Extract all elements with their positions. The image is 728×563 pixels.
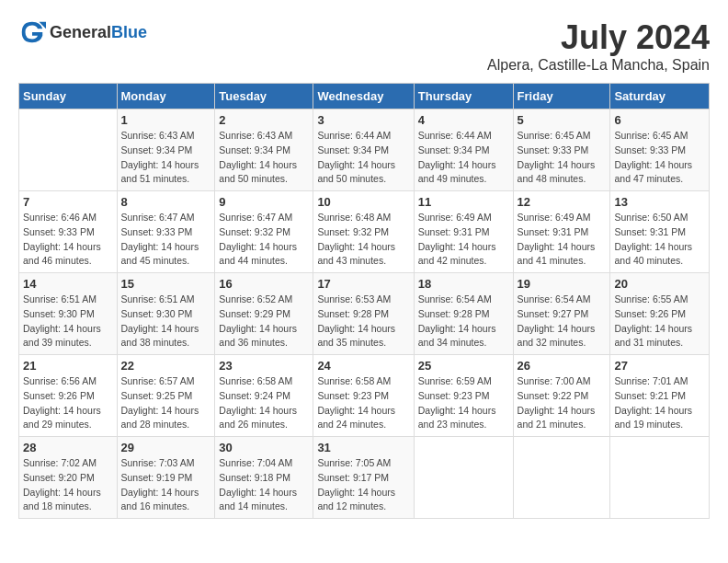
calendar-cell: 25 Sunrise: 6:59 AMSunset: 9:23 PMDaylig… — [414, 355, 513, 437]
calendar-cell — [610, 437, 710, 519]
calendar-cell: 28 Sunrise: 7:02 AMSunset: 9:20 PMDaylig… — [19, 437, 118, 519]
calendar-cell: 19 Sunrise: 6:54 AMSunset: 9:27 PMDaylig… — [513, 273, 610, 355]
day-number: 9 — [219, 195, 309, 209]
cell-info: Sunrise: 6:46 AMSunset: 9:33 PMDaylight:… — [23, 211, 113, 269]
cell-info: Sunrise: 6:59 AMSunset: 9:23 PMDaylight:… — [418, 374, 509, 432]
header-day-saturday: Saturday — [610, 84, 710, 109]
calendar-table: SundayMondayTuesdayWednesdayThursdayFrid… — [18, 83, 710, 519]
calendar-cell: 14 Sunrise: 6:51 AMSunset: 9:30 PMDaylig… — [19, 273, 118, 355]
calendar-cell: 11 Sunrise: 6:49 AMSunset: 9:31 PMDaylig… — [414, 191, 513, 273]
cell-info: Sunrise: 7:05 AMSunset: 9:17 PMDaylight:… — [317, 456, 409, 514]
day-number: 25 — [418, 359, 509, 373]
day-number: 19 — [518, 277, 607, 291]
subtitle: Alpera, Castille-La Mancha, Spain — [487, 57, 710, 74]
calendar-cell: 15 Sunrise: 6:51 AMSunset: 9:30 PMDaylig… — [117, 273, 215, 355]
calendar-cell: 18 Sunrise: 6:54 AMSunset: 9:28 PMDaylig… — [414, 273, 513, 355]
cell-info: Sunrise: 6:54 AMSunset: 9:27 PMDaylight:… — [518, 293, 607, 350]
header-day-wednesday: Wednesday — [313, 84, 414, 109]
logo-text: GeneralBlue — [50, 23, 147, 42]
title-block: July 2024 Alpera, Castille-La Mancha, Sp… — [487, 18, 710, 74]
header-day-tuesday: Tuesday — [215, 84, 313, 109]
week-row-1: 7 Sunrise: 6:46 AMSunset: 9:33 PMDayligh… — [19, 191, 710, 273]
calendar-cell: 1 Sunrise: 6:43 AMSunset: 9:34 PMDayligh… — [117, 109, 215, 191]
calendar-cell: 5 Sunrise: 6:45 AMSunset: 9:33 PMDayligh… — [513, 109, 610, 191]
day-number: 17 — [317, 277, 409, 291]
calendar-cell: 2 Sunrise: 6:43 AMSunset: 9:34 PMDayligh… — [215, 109, 313, 191]
day-number: 24 — [317, 359, 409, 373]
calendar-cell — [513, 437, 610, 519]
calendar-cell: 6 Sunrise: 6:45 AMSunset: 9:33 PMDayligh… — [610, 109, 710, 191]
calendar-cell: 16 Sunrise: 6:52 AMSunset: 9:29 PMDaylig… — [215, 273, 313, 355]
cell-info: Sunrise: 6:52 AMSunset: 9:29 PMDaylight:… — [219, 293, 309, 350]
day-number: 18 — [418, 277, 509, 291]
calendar-cell: 22 Sunrise: 6:57 AMSunset: 9:25 PMDaylig… — [117, 355, 215, 437]
day-number: 11 — [418, 195, 509, 209]
cell-info: Sunrise: 6:57 AMSunset: 9:25 PMDaylight:… — [121, 374, 211, 432]
cell-info: Sunrise: 6:51 AMSunset: 9:30 PMDaylight:… — [121, 293, 211, 350]
day-number: 29 — [121, 441, 211, 454]
header-day-monday: Monday — [117, 84, 215, 109]
logo: GeneralBlue — [18, 18, 147, 46]
cell-info: Sunrise: 6:58 AMSunset: 9:24 PMDaylight:… — [219, 374, 309, 432]
day-number: 1 — [121, 113, 211, 127]
calendar-cell: 31 Sunrise: 7:05 AMSunset: 9:17 PMDaylig… — [313, 437, 414, 519]
day-number: 22 — [121, 359, 211, 373]
day-number: 13 — [614, 195, 705, 209]
day-number: 8 — [121, 195, 211, 209]
header-day-friday: Friday — [513, 84, 610, 109]
cell-info: Sunrise: 7:03 AMSunset: 9:19 PMDaylight:… — [121, 456, 211, 514]
header-day-thursday: Thursday — [414, 84, 513, 109]
cell-info: Sunrise: 6:50 AMSunset: 9:31 PMDaylight:… — [614, 211, 705, 269]
cell-info: Sunrise: 6:43 AMSunset: 9:34 PMDaylight:… — [121, 129, 211, 187]
calendar-cell: 4 Sunrise: 6:44 AMSunset: 9:34 PMDayligh… — [414, 109, 513, 191]
calendar-body: 1 Sunrise: 6:43 AMSunset: 9:34 PMDayligh… — [19, 109, 710, 519]
cell-info: Sunrise: 6:58 AMSunset: 9:23 PMDaylight:… — [317, 374, 409, 432]
day-number: 16 — [219, 277, 309, 291]
cell-info: Sunrise: 6:45 AMSunset: 9:33 PMDaylight:… — [614, 129, 705, 187]
cell-info: Sunrise: 6:54 AMSunset: 9:28 PMDaylight:… — [418, 293, 509, 350]
cell-info: Sunrise: 6:49 AMSunset: 9:31 PMDaylight:… — [418, 211, 509, 269]
day-number: 3 — [317, 113, 409, 127]
day-number: 27 — [614, 359, 705, 373]
day-number: 7 — [23, 195, 113, 209]
calendar-cell: 24 Sunrise: 6:58 AMSunset: 9:23 PMDaylig… — [313, 355, 414, 437]
day-number: 14 — [23, 277, 113, 291]
cell-info: Sunrise: 6:55 AMSunset: 9:26 PMDaylight:… — [614, 293, 705, 350]
day-number: 6 — [614, 113, 705, 127]
calendar-cell — [414, 437, 513, 519]
calendar-cell: 26 Sunrise: 7:00 AMSunset: 9:22 PMDaylig… — [513, 355, 610, 437]
calendar-header: SundayMondayTuesdayWednesdayThursdayFrid… — [19, 84, 710, 109]
day-number: 12 — [518, 195, 607, 209]
cell-info: Sunrise: 6:43 AMSunset: 9:34 PMDaylight:… — [219, 129, 309, 187]
cell-info: Sunrise: 6:53 AMSunset: 9:28 PMDaylight:… — [317, 293, 409, 350]
cell-info: Sunrise: 6:48 AMSunset: 9:32 PMDaylight:… — [317, 211, 409, 269]
calendar-cell: 29 Sunrise: 7:03 AMSunset: 9:19 PMDaylig… — [117, 437, 215, 519]
day-number: 30 — [219, 441, 309, 454]
calendar-cell: 21 Sunrise: 6:56 AMSunset: 9:26 PMDaylig… — [19, 355, 118, 437]
calendar-cell: 8 Sunrise: 6:47 AMSunset: 9:33 PMDayligh… — [117, 191, 215, 273]
day-number: 15 — [121, 277, 211, 291]
cell-info: Sunrise: 7:04 AMSunset: 9:18 PMDaylight:… — [219, 456, 309, 514]
day-number: 21 — [23, 359, 113, 373]
calendar-cell: 9 Sunrise: 6:47 AMSunset: 9:32 PMDayligh… — [215, 191, 313, 273]
calendar-cell: 23 Sunrise: 6:58 AMSunset: 9:24 PMDaylig… — [215, 355, 313, 437]
logo-blue: Blue — [111, 23, 147, 41]
calendar-cell — [19, 109, 118, 191]
calendar-cell: 30 Sunrise: 7:04 AMSunset: 9:18 PMDaylig… — [215, 437, 313, 519]
week-row-4: 28 Sunrise: 7:02 AMSunset: 9:20 PMDaylig… — [19, 437, 710, 519]
calendar-cell: 10 Sunrise: 6:48 AMSunset: 9:32 PMDaylig… — [313, 191, 414, 273]
calendar-cell: 3 Sunrise: 6:44 AMSunset: 9:34 PMDayligh… — [313, 109, 414, 191]
day-number: 26 — [518, 359, 607, 373]
cell-info: Sunrise: 7:01 AMSunset: 9:21 PMDaylight:… — [614, 374, 705, 432]
cell-info: Sunrise: 6:45 AMSunset: 9:33 PMDaylight:… — [518, 129, 607, 187]
cell-info: Sunrise: 7:02 AMSunset: 9:20 PMDaylight:… — [23, 456, 113, 514]
calendar-cell: 27 Sunrise: 7:01 AMSunset: 9:21 PMDaylig… — [610, 355, 710, 437]
cell-info: Sunrise: 6:47 AMSunset: 9:32 PMDaylight:… — [219, 211, 309, 269]
logo-general: General — [50, 23, 111, 41]
main-title: July 2024 — [487, 18, 710, 57]
week-row-2: 14 Sunrise: 6:51 AMSunset: 9:30 PMDaylig… — [19, 273, 710, 355]
day-number: 2 — [219, 113, 309, 127]
day-number: 5 — [518, 113, 607, 127]
calendar-cell: 20 Sunrise: 6:55 AMSunset: 9:26 PMDaylig… — [610, 273, 710, 355]
calendar-cell: 12 Sunrise: 6:49 AMSunset: 9:31 PMDaylig… — [513, 191, 610, 273]
